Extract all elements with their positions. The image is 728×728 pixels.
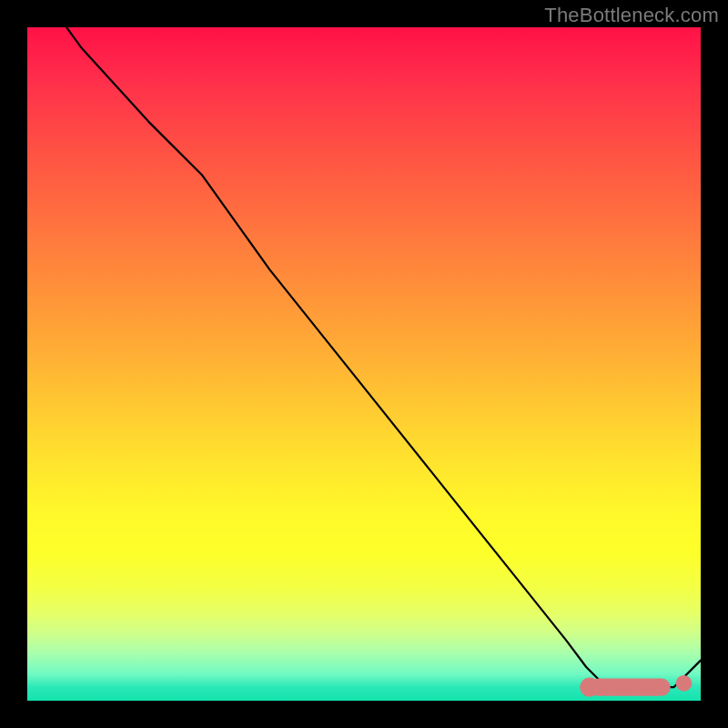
plot-svg — [27, 27, 701, 701]
main-curve — [27, 0, 701, 687]
flat-segment — [590, 679, 671, 696]
plot-area — [27, 27, 701, 701]
chart-stage: TheBottleneck.com — [0, 0, 728, 728]
attribution-text: TheBottleneck.com — [544, 4, 719, 27]
flat-segment-cap — [580, 678, 599, 697]
flat-end-dot — [676, 675, 693, 692]
